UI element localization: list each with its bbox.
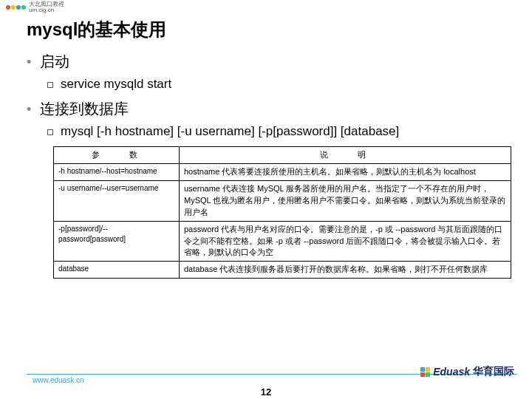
section-heading: 连接到数据库 — [40, 99, 129, 119]
footer: Eduask 华育国际 www.eduask.cn — [0, 374, 532, 384]
section-heading: 启动 — [40, 52, 69, 72]
table-row: database database 代表连接到服务器后要打开的数据库名称。如果省… — [54, 262, 511, 279]
param-desc: password 代表与用户名对应的口令。需要注意的是，-p 或 --passw… — [180, 221, 511, 262]
header-logo: 大北風口教程 um.cig.cn — [6, 1, 64, 13]
param-name: database — [54, 262, 180, 279]
bullet-icon: • — [27, 102, 40, 117]
square-bullet-icon — [47, 129, 53, 135]
param-name: -h hostname/--host=hostname — [54, 163, 180, 180]
brand-logo: Eduask 华育国际 — [420, 365, 514, 378]
param-desc: username 代表连接 MySQL 服务器所使用的用户名。当指定了一个不存在… — [180, 180, 511, 221]
table-header: 说 明 — [180, 146, 511, 163]
header-logo-text2: um.cig.cn — [29, 7, 64, 13]
table-row: -h hostname/--host=hostname hostname 代表将… — [54, 163, 511, 180]
command-text: service mysqld start — [61, 76, 171, 93]
page-title: mysql的基本使用 — [27, 18, 505, 41]
brand-text-cn: 华育国际 — [473, 365, 514, 378]
parameters-table: 参 数 说 明 -h hostname/--host=hostname host… — [53, 146, 511, 279]
param-desc: database 代表连接到服务器后要打开的数据库名称。如果省略，则打不开任何数… — [180, 262, 511, 279]
table-header: 参 数 — [54, 146, 180, 163]
param-name: -p[password]/--password[password] — [54, 221, 180, 262]
square-bullet-icon — [47, 82, 53, 88]
page-number: 12 — [261, 386, 271, 398]
bullet-icon: • — [27, 55, 40, 70]
command-text: mysql [-h hostname] [-u username] [-p[pa… — [61, 123, 399, 140]
table-row: -u username/--user=username username 代表连… — [54, 180, 511, 221]
param-name: -u username/--user=username — [54, 180, 180, 221]
param-desc: hostname 代表将要连接所使用的主机名。如果省略，则默认的主机名为 loc… — [180, 163, 511, 180]
table-row: -p[password]/--password[password] passwo… — [54, 221, 511, 262]
brand-text-en: Eduask — [433, 366, 470, 378]
